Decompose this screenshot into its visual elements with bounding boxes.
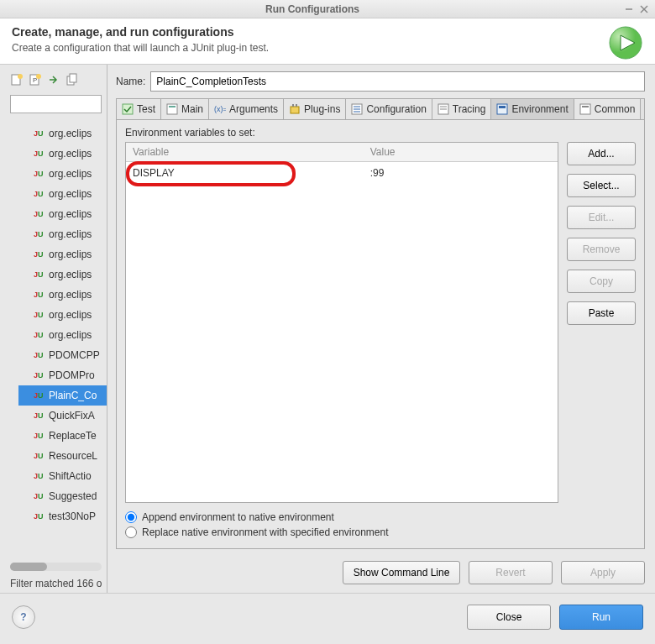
junit-icon: JU	[34, 349, 45, 361]
junit-icon: JU	[34, 470, 45, 482]
radio-replace[interactable]: Replace native environment with specifie…	[125, 526, 636, 538]
env-button-column: Add... Select... Edit... Remove Copy Pas…	[567, 142, 636, 503]
junit-icon: JU	[34, 208, 45, 220]
duplicate-icon[interactable]	[66, 73, 81, 88]
tab-plug-ins[interactable]: Plug-ins	[284, 99, 346, 119]
junit-icon: JU	[34, 410, 45, 421]
horizontal-scrollbar[interactable]	[10, 563, 102, 571]
close-button[interactable]: Close	[467, 605, 551, 630]
junit-icon: JU	[34, 510, 45, 522]
header-title: Create, manage, and run configurations	[12, 25, 643, 39]
config-item[interactable]: JUResourceL	[34, 446, 107, 466]
config-tree[interactable]: JUorg.eclipsJUorg.eclipsJUorg.eclipsJUor…	[5, 117, 107, 559]
config-item[interactable]: JUPDOMCPP	[34, 345, 107, 365]
env-table[interactable]: Variable Value DISPLAY :99	[125, 142, 558, 503]
config-item[interactable]: JUorg.eclips	[34, 204, 107, 224]
svg-text:U: U	[38, 170, 44, 178]
env-col-variable: Variable	[126, 143, 364, 162]
remove-button[interactable]: Remove	[567, 238, 636, 261]
config-item[interactable]: JUShiftActio	[34, 466, 107, 486]
svg-rect-69	[582, 106, 589, 107]
new-config-icon[interactable]	[10, 73, 25, 88]
table-row[interactable]: DISPLAY :99	[126, 162, 558, 185]
tab-common[interactable]: Common	[574, 99, 642, 119]
svg-text:U: U	[38, 230, 44, 238]
run-hero-icon	[608, 25, 643, 60]
svg-text:U: U	[38, 311, 44, 319]
run-button[interactable]: Run	[559, 605, 643, 630]
config-item[interactable]: JUorg.eclips	[34, 184, 107, 204]
config-item-label: PDOMCPP	[49, 349, 100, 361]
config-item-label: QuickFixA	[49, 410, 95, 421]
help-button[interactable]: ?	[12, 605, 35, 629]
config-item[interactable]: JUorg.eclips	[34, 305, 107, 325]
svg-text:U: U	[38, 432, 44, 440]
svg-text:U: U	[38, 391, 44, 400]
config-item[interactable]: JUtest30NoP	[34, 506, 107, 526]
revert-button[interactable]: Revert	[469, 561, 553, 584]
env-section-label: Environment variables to set:	[125, 127, 636, 139]
edit-button[interactable]: Edit...	[567, 206, 636, 229]
radio-append[interactable]: Append environment to native environment	[125, 511, 636, 523]
show-command-line-button[interactable]: Show Command Line	[343, 561, 460, 584]
tab-tracing[interactable]: Tracing	[432, 99, 492, 119]
svg-rect-57	[292, 104, 294, 107]
config-item[interactable]: JUorg.eclips	[34, 325, 107, 345]
config-item[interactable]: JUorg.eclips	[34, 244, 107, 264]
name-input[interactable]	[150, 71, 645, 92]
config-item[interactable]: JUorg.eclips	[34, 164, 107, 184]
config-item[interactable]: JUPDOMPro	[34, 365, 107, 385]
config-item[interactable]: JUorg.eclips	[34, 123, 107, 144]
copy-button[interactable]: Copy	[567, 270, 636, 293]
add-button[interactable]: Add...	[567, 142, 636, 165]
tab-arguments[interactable]: (x)=Arguments	[209, 99, 284, 119]
filter-status: Filter matched 166 o	[5, 574, 107, 593]
config-item-label: PDOMPro	[49, 369, 95, 381]
tab-configuration[interactable]: Configuration	[346, 99, 432, 119]
window-close-icon[interactable]	[638, 3, 650, 15]
svg-text:U: U	[38, 270, 44, 279]
tab-environment[interactable]: Environment	[491, 99, 574, 119]
junit-icon: JU	[34, 128, 45, 139]
select-button[interactable]: Select...	[567, 174, 636, 197]
svg-text:(x)=: (x)=	[214, 105, 226, 113]
window-minimize-icon[interactable]	[623, 3, 635, 15]
svg-text:U: U	[38, 512, 44, 521]
config-item[interactable]: JUQuickFixA	[34, 406, 107, 426]
svg-rect-66	[497, 104, 507, 114]
svg-rect-58	[296, 104, 297, 107]
junit-icon: JU	[34, 430, 45, 442]
config-item[interactable]: JUorg.eclips	[34, 264, 107, 285]
config-item[interactable]: JUorg.eclips	[34, 285, 107, 305]
config-item[interactable]: JUorg.eclips	[34, 144, 107, 164]
tab-main[interactable]: Main	[161, 99, 209, 119]
filter-input[interactable]	[10, 95, 102, 113]
svg-text:U: U	[38, 291, 44, 299]
svg-point-6	[18, 74, 23, 79]
env-col-value: Value	[364, 143, 558, 162]
svg-text:U: U	[38, 371, 44, 380]
export-icon[interactable]	[47, 73, 62, 88]
svg-rect-54	[169, 106, 176, 107]
junit-icon: JU	[34, 309, 45, 321]
tab-test[interactable]: Test	[117, 99, 161, 119]
svg-text:U: U	[38, 149, 44, 158]
paste-button[interactable]: Paste	[567, 301, 636, 325]
svg-text:U: U	[38, 452, 44, 460]
config-item[interactable]: JUPlainC_Co	[18, 385, 107, 406]
config-item-label: ReplaceTe	[49, 430, 97, 442]
svg-rect-11	[70, 74, 76, 82]
apply-button[interactable]: Apply	[561, 561, 645, 584]
filter-field[interactable]	[10, 95, 102, 113]
env-radio-group: Append environment to native environment…	[125, 511, 636, 542]
config-item-label: test30NoP	[49, 510, 96, 522]
config-item[interactable]: JUSuggested	[34, 486, 107, 506]
svg-text:U: U	[38, 472, 44, 480]
svg-rect-53	[167, 104, 177, 114]
config-item[interactable]: JUorg.eclips	[34, 224, 107, 244]
config-item-label: org.eclips	[49, 309, 92, 321]
new-prototype-icon[interactable]: P	[29, 73, 44, 88]
window-title: Run Configurations	[5, 3, 620, 15]
config-item[interactable]: JUReplaceTe	[34, 426, 107, 446]
svg-point-9	[36, 74, 41, 79]
